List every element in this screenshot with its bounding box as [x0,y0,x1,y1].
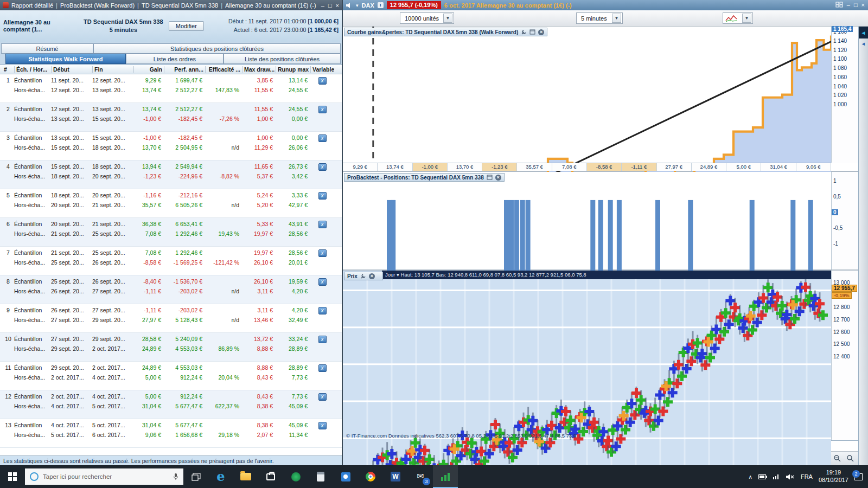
chevron-down-icon[interactable]: ▼ [612,14,621,23]
volume-muted-icon[interactable] [786,474,795,480]
maximize-icon[interactable]: □ [854,2,858,9]
chevron-down-icon[interactable]: ▼ [443,14,452,23]
walk-forward-row[interactable]: 7Échantillon21 sept. 20...25 sept. 20...… [0,247,342,275]
wrench-icon[interactable] [521,29,527,35]
tray-expand-icon[interactable]: ∧ [749,474,752,480]
column-header[interactable]: Max draw... [242,66,276,73]
edge-icon[interactable]: e [208,465,233,488]
walk-forward-row[interactable]: 13Échantillon4 oct. 2017...5 oct. 2017..… [0,419,342,448]
column-header[interactable]: Runup max [276,66,310,73]
walk-forward-row[interactable]: 8Échantillon25 sept. 20...26 sept. 20...… [0,275,342,304]
positions-panel-header[interactable]: ProBacktest - Positions: TD Sequential D… [344,173,505,182]
battery-icon[interactable] [758,474,767,479]
start-button[interactable] [0,465,25,488]
maximize-icon[interactable]: □ [328,2,332,9]
variables-button[interactable]: x [318,77,327,85]
action-center-icon[interactable]: 2 [854,473,863,480]
variables-button[interactable]: x [318,278,327,286]
panel-close-icon[interactable]: × [369,273,375,279]
collapse-arrow-icon[interactable]: ◂ [862,41,865,47]
mail-icon[interactable]: ✉3 [408,465,433,488]
variables-button[interactable]: x [318,422,327,429]
column-header[interactable]: Perf. ann... [164,66,205,73]
walk-forward-row[interactable]: 5Échantillon18 sept. 20...20 sept. 20...… [0,189,342,218]
column-header[interactable]: Éch. / Hor... [14,66,51,73]
minimize-icon[interactable]: ‒ [847,2,850,9]
zoom-out-button[interactable] [832,454,842,464]
chart-type-dropdown[interactable]: ▼ [723,12,753,24]
store-icon[interactable] [258,465,283,488]
walk-forward-row[interactable]: 1Échantillon11 sept. 20...12 sept. 20...… [0,74,342,103]
efficiency-value: -8,82 % [205,171,242,181]
wrench-icon[interactable] [360,273,366,279]
info-icon[interactable]: i [378,2,384,8]
close-icon[interactable]: × [861,2,865,9]
variables-button[interactable]: x [318,336,327,343]
column-header[interactable]: Variables [310,66,334,73]
units-dropdown[interactable]: 10000 unités▼ [400,12,454,24]
debut-date: 4 oct. 2017... [51,420,92,430]
variables-button[interactable]: x [318,192,327,200]
chart-titlebar[interactable]: ▾ DAX i 12 955,7 (-0,19%) 6 oct. 2017 Al… [343,0,868,10]
window-icon[interactable] [529,29,535,35]
tab-resume[interactable]: Résumé [1,43,93,54]
photos-icon[interactable] [333,465,358,488]
taskbar-search[interactable]: Taper ici pour rechercher [25,468,183,485]
walk-forward-row[interactable]: 6Échantillon20 sept. 20...21 sept. 20...… [0,218,342,247]
money-app-icon[interactable] [283,465,308,488]
walk-forward-row[interactable]: 9Échantillon26 sept. 20...27 sept. 20...… [0,304,342,333]
fin-date: 21 sept. 20... [92,200,133,210]
column-header[interactable]: Fin [92,66,133,73]
chevron-down-icon[interactable]: ▾ [356,3,359,8]
walk-forward-row[interactable]: 2Échantillon12 sept. 20...13 sept. 20...… [0,103,342,132]
zoom-lens-button[interactable] [845,454,855,464]
trading-app-icon[interactable] [433,465,458,488]
variables-button[interactable]: x [318,221,327,228]
variables-button[interactable]: x [318,393,327,401]
modify-button[interactable]: Modifier [169,21,204,31]
column-header[interactable]: Efficacité ... [205,66,242,73]
tab-closed-positions[interactable]: Liste des positions clôturées [224,54,341,64]
microphone-icon[interactable] [173,473,178,480]
walk-forward-row[interactable]: 3Échantillon13 sept. 20...15 sept. 20...… [0,132,342,160]
walk-forward-row[interactable]: 12Échantillon2 oct. 2017...4 oct. 2017..… [0,390,342,419]
tab-orders[interactable]: Liste des ordres [126,54,224,64]
taskbar-clock[interactable]: 19:1908/10/2017 [819,469,848,484]
layout-grid-icon[interactable] [835,2,843,9]
minimize-icon[interactable]: ‒ [321,2,324,9]
price-chart[interactable] [343,279,831,488]
sound-panel-icon[interactable]: ◄ [859,27,868,38]
speaker-icon[interactable] [346,3,353,8]
close-icon[interactable]: × [336,2,339,9]
column-header[interactable]: Gain [133,66,164,73]
variables-button[interactable]: x [318,163,327,171]
column-header[interactable]: Début [51,66,92,73]
panel-close-icon[interactable]: × [538,29,544,35]
chrome-icon[interactable] [358,465,383,488]
variables-button[interactable]: x [318,134,327,142]
variables-button[interactable]: x [318,307,327,314]
walk-forward-row[interactable]: 11Échantillon29 sept. 20...2 oct. 2017..… [0,362,342,390]
timeframe-dropdown[interactable]: 5 minutes▼ [576,12,623,24]
tab-walk-forward[interactable]: Statistiques Walk Forward [5,54,126,64]
price-panel-header[interactable]: Prix × [344,272,383,280]
column-header[interactable]: # [2,66,14,73]
panel-close-icon[interactable]: × [495,175,501,181]
segment-value: -1,23 € [482,163,517,171]
equity-panel-header[interactable]: Courbe gains&pertes: TD Sequential DAX 5… [344,28,547,36]
calculator-icon[interactable] [308,465,333,488]
task-view-button[interactable] [183,465,208,488]
window-icon[interactable] [487,175,493,180]
walk-forward-row[interactable]: 4Échantillon15 sept. 20...18 sept. 20...… [0,160,342,189]
tab-stats-closed[interactable]: Statistiques des positions clôturées [93,43,341,54]
network-icon[interactable] [773,474,780,479]
report-titlebar[interactable]: Rapport détaillé| ProBacktest (Walk Forw… [0,0,342,10]
variables-button[interactable]: x [318,249,327,257]
walk-forward-row[interactable]: 10Échantillon27 sept. 20...29 sept. 20..… [0,333,342,362]
language-indicator[interactable]: FRA [801,473,813,480]
file-explorer-icon[interactable] [233,465,258,488]
variables-button[interactable]: x [318,364,327,372]
variables-button[interactable]: x [318,106,327,113]
chevron-down-icon[interactable]: ▼ [742,14,751,23]
word-icon[interactable]: W [383,465,408,488]
